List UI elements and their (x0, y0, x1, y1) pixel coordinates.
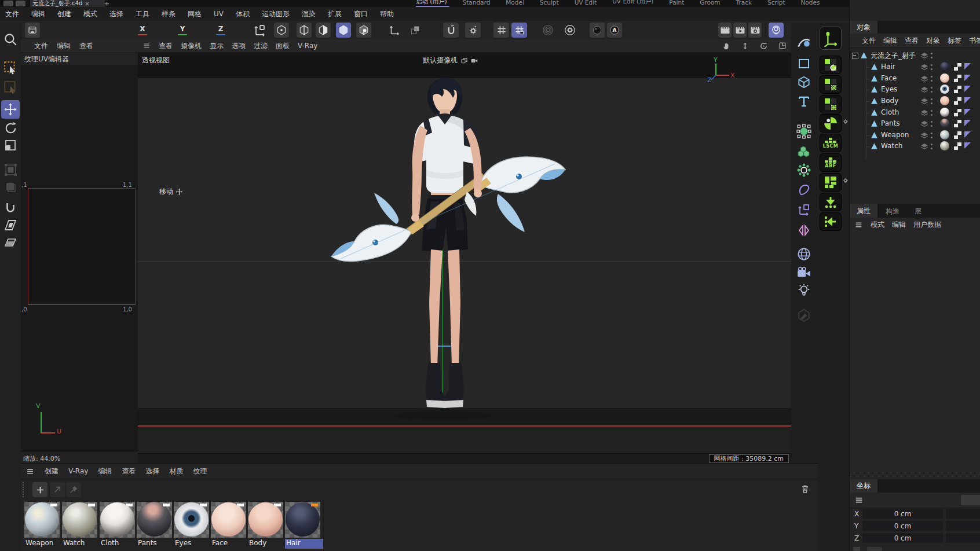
render-view-button[interactable] (718, 23, 732, 38)
layout-tab-standard[interactable]: Standard (463, 2, 491, 7)
pan-hand-icon[interactable] (722, 42, 731, 50)
x-axis-lock-button[interactable]: X (135, 24, 150, 36)
live-selection-tool[interactable] (1, 58, 20, 77)
coordinate-system-button[interactable] (251, 23, 268, 38)
orbit-icon[interactable] (759, 42, 768, 50)
mat-menu-edit[interactable]: 编辑 (98, 466, 112, 476)
om-menu-tags[interactable]: 标签 (948, 36, 961, 46)
menu-help[interactable]: 帮助 (380, 9, 394, 19)
coord-z-field[interactable]: 0 cm (862, 533, 943, 543)
uv-tag-icon[interactable] (964, 75, 971, 81)
uv-peel-tool[interactable] (1, 216, 20, 234)
layout-tab-groom[interactable]: Groom (700, 2, 720, 7)
uv-menu-edit[interactable]: 编辑 (57, 41, 71, 51)
delete-material-button[interactable] (798, 482, 812, 496)
coord-y-field[interactable]: 0 cm (862, 521, 943, 531)
layout-tab-track[interactable]: Track (736, 2, 752, 7)
texture-tag-icon[interactable] (954, 63, 961, 71)
mat-menu-material[interactable]: 材质 (169, 466, 183, 476)
camera-object-button[interactable] (794, 264, 814, 281)
coord-z-field-2[interactable] (946, 533, 980, 543)
layer-tag-icon[interactable] (920, 143, 928, 150)
uv-layers-tool[interactable] (1, 233, 20, 252)
uv-tag-icon[interactable] (964, 131, 971, 138)
uv-transform-command[interactable] (820, 56, 842, 74)
visibility-dots[interactable] (931, 133, 933, 138)
add-document-icon[interactable] (104, 1, 109, 6)
uv-tag-icon[interactable] (964, 109, 971, 115)
expand-toggle-icon[interactable] (852, 53, 858, 59)
vray-asset-button[interactable]: A (607, 23, 622, 38)
visibility-dots[interactable] (931, 53, 933, 58)
menu-mograph[interactable]: 运动图形 (262, 9, 290, 19)
uv-tag-icon[interactable] (964, 142, 971, 149)
object-name[interactable]: Eyes (881, 85, 897, 93)
uv-tag-icon[interactable] (964, 97, 971, 104)
vp-menu-camera[interactable]: 摄像机 (181, 41, 202, 51)
object-name[interactable]: Face (881, 74, 897, 82)
object-row-root[interactable]: 元流之子_射手 (850, 50, 980, 61)
uv-add-command[interactable] (820, 95, 842, 113)
layout-tab-script[interactable]: Script (767, 2, 785, 7)
material-name[interactable]: Body (248, 539, 286, 549)
object-row[interactable]: Eyes (850, 84, 980, 95)
attr-menu-userdata[interactable]: 用户数据 (913, 220, 941, 230)
uv-tag-icon[interactable] (964, 120, 971, 126)
material-tag[interactable] (940, 108, 949, 117)
attr-menu-mode[interactable]: 模式 (871, 220, 884, 230)
snap-settings-button[interactable] (465, 23, 481, 38)
construction-tab[interactable]: 构造 (886, 207, 899, 216)
material-tile-face[interactable] (211, 502, 246, 538)
layer-tag-icon[interactable] (920, 64, 928, 71)
menu-extensions[interactable]: 扩展 (328, 9, 342, 19)
mat-menu-view[interactable]: 查看 (122, 466, 136, 476)
render-settings-button[interactable] (748, 23, 762, 38)
material-tile-cloth[interactable] (100, 502, 135, 538)
attributes-tab[interactable]: 属性 (850, 204, 877, 218)
object-manager-tab[interactable]: 对象 (850, 21, 877, 34)
vp-menu-view[interactable]: 查看 (159, 41, 173, 51)
attr-menu-edit[interactable]: 编辑 (892, 220, 906, 230)
object-name[interactable]: Pants (881, 119, 900, 127)
material-tag[interactable] (940, 74, 949, 83)
rectangle-spline-button[interactable] (794, 55, 814, 72)
menu-tools[interactable]: 工具 (136, 9, 149, 19)
edit-disabled-button[interactable] (794, 307, 814, 324)
material-name[interactable]: Pants (137, 539, 175, 549)
drag-handle[interactable] (23, 482, 26, 497)
material-name[interactable]: Watch (62, 539, 100, 549)
object-name[interactable]: Watch (881, 142, 902, 150)
polygons-mode-button[interactable] (316, 23, 331, 38)
edges-mode-button[interactable] (297, 23, 312, 38)
workplane-axis-button[interactable] (386, 23, 403, 38)
material-tag[interactable] (940, 96, 949, 105)
coord-y-field-2[interactable] (946, 521, 980, 531)
layer-tag-icon[interactable] (920, 132, 928, 139)
spline-pen-button[interactable] (794, 34, 814, 51)
visibility-dots[interactable] (931, 121, 933, 127)
window-nav-icon[interactable] (3, 1, 13, 6)
pick-material-button[interactable] (66, 482, 81, 497)
menu-mode[interactable]: 模式 (83, 9, 97, 19)
vp-menu-display[interactable]: 显示 (210, 41, 224, 51)
hamburger-icon[interactable] (25, 468, 35, 475)
menu-select[interactable]: 选择 (109, 9, 123, 19)
quantize-lock-button[interactable] (511, 23, 527, 38)
material-tag[interactable] (940, 62, 949, 71)
om-menu-bookmarks[interactable]: 书签 (969, 36, 980, 46)
layout-tab-uv-edit-user[interactable]: UV Edit (用户) (612, 1, 653, 7)
texture-mode-button[interactable] (356, 23, 371, 38)
visibility-dots[interactable] (931, 87, 933, 93)
uv-align-down-command[interactable] (820, 193, 842, 211)
find-tool-button[interactable] (1, 28, 20, 51)
viewport-view-name[interactable]: 透视视图 (142, 56, 170, 65)
object-name[interactable]: Cloth (881, 108, 899, 116)
viewport-axis-gizmo[interactable]: Y X Z (705, 56, 736, 83)
menu-spline[interactable]: 样条 (162, 9, 175, 19)
menu-uv[interactable]: UV (214, 10, 224, 18)
texture-tag-icon[interactable] (954, 97, 961, 105)
vp-menu-filter[interactable]: 过滤 (254, 41, 268, 51)
sky-object-button[interactable] (794, 245, 814, 263)
object-row[interactable]: Hair (850, 61, 980, 72)
object-row[interactable]: Face (850, 73, 980, 84)
